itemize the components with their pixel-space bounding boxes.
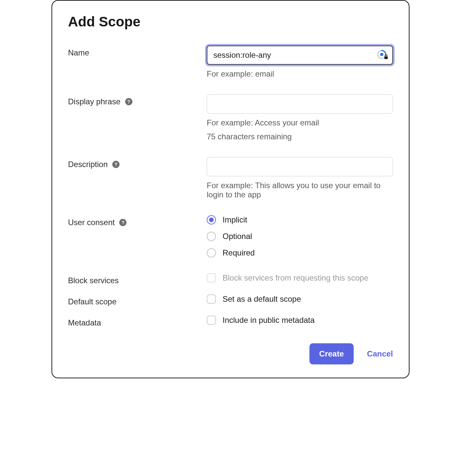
block-services-field-col: Block services from requesting this scop… [207,273,393,283]
description-label-text: Description [68,160,108,169]
svg-point-1 [380,53,383,56]
password-manager-icon[interactable] [377,50,388,60]
name-input[interactable] [207,46,393,65]
help-icon[interactable]: ? [112,161,120,168]
description-hint: For example: This allows you to use your… [207,181,393,199]
name-label: Name [68,46,207,57]
user-consent-radio-group: Implicit Optional Required [207,215,393,257]
field-default-scope-row: Default scope Set as a default scope [68,294,393,306]
metadata-checkbox[interactable] [207,316,216,325]
name-hint: For example: email [207,69,393,79]
radio-optional[interactable]: Optional [207,232,393,241]
description-field-col: For example: This allows you to use your… [207,157,393,199]
radio-required-label: Required [223,248,255,257]
default-scope-checkbox-row[interactable]: Set as a default scope [207,294,393,304]
add-scope-modal: Add Scope Name For example: email [52,0,409,378]
display-phrase-remaining: 75 characters remaining [207,132,393,141]
field-description-row: Description ? For example: This allows y… [68,157,393,199]
default-scope-label: Default scope [68,294,207,306]
radio-optional-label: Optional [223,232,252,241]
create-button[interactable]: Create [309,343,354,364]
display-phrase-label-text: Display phrase [68,97,121,106]
svg-rect-2 [384,56,388,59]
radio-circle-icon [207,232,216,241]
default-scope-field-col: Set as a default scope [207,294,393,304]
metadata-label: Metadata [68,316,207,327]
user-consent-label-text: User consent [68,218,115,227]
display-phrase-label: Display phrase ? [68,94,207,106]
help-icon[interactable]: ? [119,219,126,226]
field-display-phrase-row: Display phrase ? For example: Access you… [68,94,393,141]
field-name-row: Name For example: email [68,46,393,79]
field-user-consent-row: User consent ? Implicit Optional Require… [68,215,393,257]
field-block-services-row: Block services Block services from reque… [68,273,393,285]
radio-implicit[interactable]: Implicit [207,215,393,224]
radio-required[interactable]: Required [207,248,393,257]
radio-implicit-label: Implicit [223,215,247,224]
radio-circle-icon [207,215,216,224]
metadata-checkbox-row[interactable]: Include in public metadata [207,316,393,325]
display-phrase-hint: For example: Access your email [207,118,393,127]
field-metadata-row: Metadata Include in public metadata [68,316,393,327]
description-input[interactable] [207,157,393,176]
display-phrase-field-col: For example: Access your email 75 charac… [207,94,393,141]
help-icon[interactable]: ? [125,98,132,105]
metadata-checkbox-label: Include in public metadata [223,316,315,325]
radio-circle-icon [207,248,216,257]
cancel-button[interactable]: Cancel [367,349,393,358]
default-scope-checkbox[interactable] [207,294,216,304]
block-services-checkbox [207,273,216,283]
default-scope-checkbox-label: Set as a default scope [223,294,301,304]
modal-footer: Create Cancel [68,343,393,364]
block-services-checkbox-label: Block services from requesting this scop… [223,273,369,283]
user-consent-label: User consent ? [68,215,207,227]
block-services-label: Block services [68,273,207,285]
block-services-checkbox-row: Block services from requesting this scop… [207,273,393,283]
name-input-wrap [207,46,393,65]
name-field-col: For example: email [207,46,393,79]
display-phrase-input[interactable] [207,94,393,114]
description-label: Description ? [68,157,207,169]
user-consent-field-col: Implicit Optional Required [207,215,393,257]
metadata-field-col: Include in public metadata [207,316,393,325]
modal-title: Add Scope [68,14,393,30]
